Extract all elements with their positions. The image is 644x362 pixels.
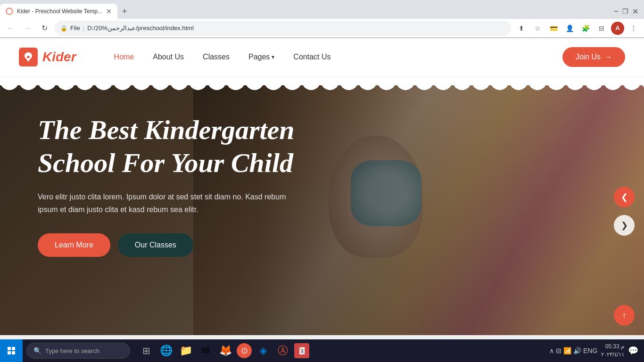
app8-icon[interactable]: 🃏 xyxy=(294,343,309,358)
clock-time: 05:33 م xyxy=(601,343,624,351)
hero-buttons: Learn More Our Classes xyxy=(38,233,321,257)
join-us-button[interactable]: Join Us → xyxy=(562,47,625,67)
language-icon[interactable]: ENG xyxy=(583,347,597,354)
website-content: Kider Home About Us Classes Pages ▾ Cont… xyxy=(0,38,644,335)
edge-icon[interactable]: 🌐 xyxy=(157,342,174,359)
file-explorer-icon[interactable]: 📁 xyxy=(177,342,194,359)
svg-rect-2 xyxy=(8,347,11,350)
navbar: Kider Home About Us Classes Pages ▾ Cont… xyxy=(0,38,644,76)
tray-expand-icon[interactable]: ∧ xyxy=(549,347,554,354)
network-icon[interactable]: 📶 xyxy=(563,347,571,354)
nav-links: Home About Us Classes Pages ▾ Contact Us xyxy=(114,53,331,61)
window-controls: − ❐ ✕ xyxy=(613,7,644,16)
nav-link-about[interactable]: About Us xyxy=(153,53,184,61)
split-icon[interactable]: ⊟ xyxy=(595,22,608,35)
volume-icon[interactable]: 🔊 xyxy=(573,347,581,354)
chrome-icon[interactable]: ⊙ xyxy=(237,343,252,358)
user-icon[interactable]: 👤 xyxy=(563,22,576,35)
task-view-button[interactable]: ⊞ xyxy=(138,342,155,359)
share-icon[interactable]: ⬆ xyxy=(515,22,528,35)
svg-point-0 xyxy=(7,9,12,14)
profile-button[interactable]: A xyxy=(611,22,624,35)
hero-content: The Best Kindergarten School For Your Ch… xyxy=(0,85,358,285)
scroll-top-button[interactable]: ↑ xyxy=(614,305,635,326)
our-classes-button[interactable]: Our Classes xyxy=(118,233,193,257)
arrow-right-icon: → xyxy=(604,53,612,61)
active-tab[interactable]: Kider - Preschool Website Temp... ✕ xyxy=(0,4,117,19)
tab-close-button[interactable]: ✕ xyxy=(106,8,112,15)
nav-link-contact[interactable]: Contact Us xyxy=(293,53,330,61)
new-tab-button[interactable]: + xyxy=(117,4,132,19)
logo[interactable]: Kider xyxy=(19,48,76,66)
svg-rect-4 xyxy=(8,351,11,354)
url-bar[interactable]: 🔒 File | D:/عبدالرحمن%20/preschool/index… xyxy=(55,21,511,36)
url-path: D:/عبدالرحمن%20/preschool/index.html xyxy=(87,25,194,32)
browser-chrome: Kider - Preschool Website Temp... ✕ + − … xyxy=(0,0,644,38)
hero-title: The Best Kindergarten School For Your Ch… xyxy=(38,114,321,179)
url-security-icon: 🔒 xyxy=(60,25,67,32)
bookmark-icon[interactable]: ☆ xyxy=(531,22,544,35)
start-button[interactable] xyxy=(0,339,23,362)
clock-date: ٢٠٢٣/٤/١١ xyxy=(601,351,624,359)
taskbar-right: ∧ ⊟ 📶 🔊 ENG 05:33 م ٢٠٢٣/٤/١١ 💬 xyxy=(549,343,644,359)
vscode-icon[interactable]: ◈ xyxy=(255,342,272,359)
url-protocol: File xyxy=(70,25,80,32)
tab-title: Kider - Preschool Website Temp... xyxy=(17,8,102,15)
carousel-next-button[interactable]: ❯ xyxy=(614,215,635,236)
dropdown-chevron-icon: ▾ xyxy=(272,54,274,60)
address-bar: ← → ↻ 🔒 File | D:/عبدالرحمن%20/preschool… xyxy=(0,19,644,38)
taskbar-clock[interactable]: 05:33 م ٢٠٢٣/٤/١١ xyxy=(601,343,624,359)
taskbar-app-icons: ⊞ 🌐 📁 ✉ 🦊 ⊙ ◈ Ⓐ 🃏 xyxy=(138,342,309,359)
nav-link-pages[interactable]: Pages ▾ xyxy=(248,53,274,61)
carousel-prev-button[interactable]: ❮ xyxy=(614,187,635,207)
logo-text: Kider xyxy=(42,49,76,65)
nav-link-classes[interactable]: Classes xyxy=(203,53,230,61)
mail-icon[interactable]: ✉ xyxy=(197,342,214,359)
extensions-icon[interactable]: 🧩 xyxy=(579,22,592,35)
minimize-button[interactable]: − xyxy=(613,7,619,16)
tab-favicon xyxy=(6,8,13,15)
menu-icon[interactable]: ⋮ xyxy=(627,22,640,35)
taskbar: 🔍 Type here to search ⊞ 🌐 📁 ✉ 🦊 ⊙ ◈ Ⓐ 🃏 … xyxy=(0,339,644,362)
svg-rect-1 xyxy=(27,56,30,58)
hero-description: Vero elitr justo clita lorem. Ipsum dolo… xyxy=(38,190,302,216)
maximize-button[interactable]: ❐ xyxy=(622,8,628,15)
notification-icon[interactable]: 💬 xyxy=(628,346,638,356)
learn-more-button[interactable]: Learn More xyxy=(38,233,110,257)
search-icon: 🔍 xyxy=(33,347,41,354)
taskbar-search[interactable]: 🔍 Type here to search xyxy=(26,343,130,359)
nav-link-home[interactable]: Home xyxy=(114,53,134,61)
tab-bar: Kider - Preschool Website Temp... ✕ + − … xyxy=(0,0,644,19)
scallop-border xyxy=(0,76,644,85)
svg-rect-3 xyxy=(12,347,15,350)
search-placeholder: Type here to search xyxy=(45,347,99,354)
toolbar-icons: ⬆ ☆ 💳 👤 🧩 ⊟ A ⋮ xyxy=(515,22,640,35)
reload-button[interactable]: ↻ xyxy=(38,22,51,35)
display-icon[interactable]: ⊟ xyxy=(556,347,561,354)
forward-button[interactable]: → xyxy=(21,22,34,35)
hero-section: The Best Kindergarten School For Your Ch… xyxy=(0,85,644,335)
back-button[interactable]: ← xyxy=(4,22,17,35)
app7-icon[interactable]: Ⓐ xyxy=(274,342,291,359)
firefox-icon[interactable]: 🦊 xyxy=(217,342,234,359)
system-tray: ∧ ⊟ 📶 🔊 ENG xyxy=(549,347,597,354)
close-button[interactable]: ✕ xyxy=(632,7,638,16)
logo-icon xyxy=(19,48,38,66)
wallet-icon[interactable]: 💳 xyxy=(547,22,560,35)
svg-rect-5 xyxy=(12,351,15,354)
